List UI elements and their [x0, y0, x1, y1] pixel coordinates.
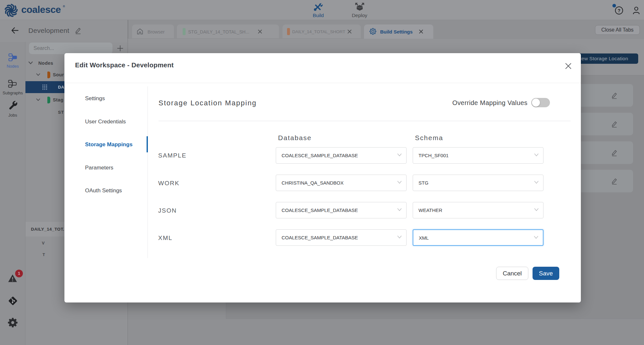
svg-text:?: ?: [618, 8, 620, 13]
